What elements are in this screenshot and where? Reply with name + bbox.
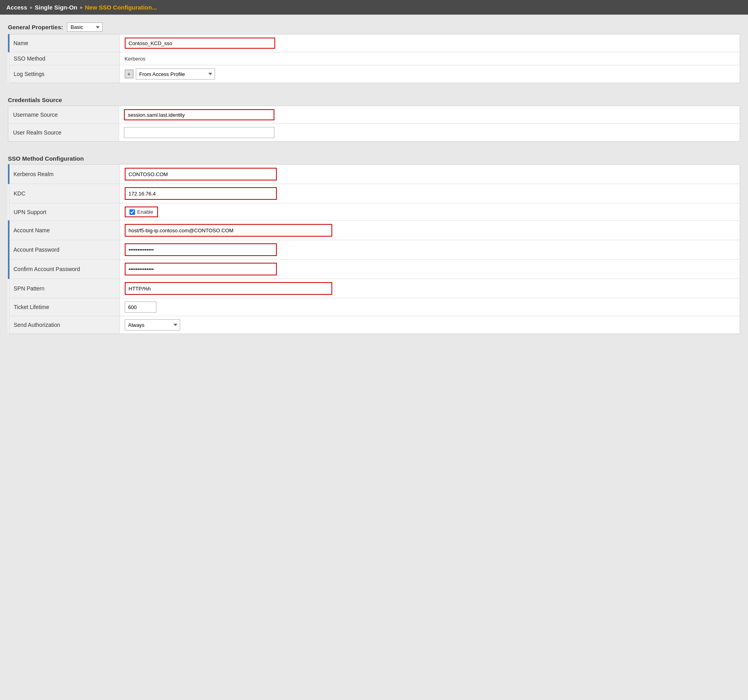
name-cell <box>120 34 740 52</box>
account-password-row: Account Password <box>9 240 740 260</box>
top-navigation-bar: Access » Single Sign-On » New SSO Config… <box>0 0 748 15</box>
confirm-account-password-input[interactable] <box>126 264 276 275</box>
user-realm-source-label: User Realm Source <box>8 124 119 142</box>
kdc-input[interactable] <box>126 188 276 199</box>
spn-pattern-row: SPN Pattern <box>9 279 740 298</box>
spn-pattern-input[interactable] <box>126 283 331 294</box>
upn-enable-label[interactable]: Enable <box>129 209 153 215</box>
general-properties-title: General Properties: <box>8 24 63 30</box>
kdc-cell <box>120 184 740 203</box>
username-source-input[interactable] <box>124 109 274 120</box>
sso-method-config-title: SSO Method Configuration <box>8 155 84 162</box>
ticket-lifetime-label: Ticket Lifetime <box>9 298 120 316</box>
kerberos-realm-row: Kerberos Realm <box>9 165 740 184</box>
kerberos-realm-input[interactable] <box>126 169 276 180</box>
user-realm-source-input[interactable] <box>124 127 274 138</box>
send-authorization-label: Send Authorization <box>9 316 120 334</box>
breadcrumb-sep1: » <box>30 4 32 10</box>
upn-support-cell: Enable <box>120 203 740 221</box>
account-name-input[interactable] <box>126 225 331 236</box>
kdc-label: KDC <box>9 184 120 203</box>
name-label: Name <box>9 34 120 52</box>
credentials-source-table: Username Source User Realm Source <box>8 106 740 142</box>
ticket-lifetime-input[interactable] <box>125 302 156 313</box>
name-input[interactable] <box>125 38 275 49</box>
sso-method-value-cell: Kerberos <box>120 52 740 65</box>
general-properties-table: Name SSO Method Kerberos Log Settings + … <box>8 34 740 83</box>
ticket-lifetime-row: Ticket Lifetime <box>9 298 740 316</box>
send-authorization-select[interactable]: Always On 401 Never <box>125 319 180 330</box>
log-settings-label: Log Settings <box>9 65 120 83</box>
confirm-account-password-cell <box>120 260 740 279</box>
breadcrumb-current: New SSO Configuration... <box>85 4 157 11</box>
confirm-account-password-row: Confirm Account Password <box>9 260 740 279</box>
user-realm-source-row: User Realm Source <box>8 124 740 142</box>
sso-method-label: SSO Method <box>9 52 120 65</box>
spn-pattern-label: SPN Pattern <box>9 279 120 298</box>
username-source-row: Username Source <box>8 106 740 124</box>
username-source-cell <box>119 106 740 124</box>
breadcrumb-sep2: » <box>80 4 82 10</box>
account-password-input[interactable] <box>126 244 276 255</box>
account-name-label: Account Name <box>9 221 120 240</box>
user-realm-source-cell <box>119 124 740 142</box>
upn-enable-checkbox[interactable] <box>129 209 135 215</box>
send-authorization-row: Send Authorization Always On 401 Never <box>9 316 740 334</box>
credentials-source-header: Credentials Source <box>8 97 740 103</box>
log-settings-add-button[interactable]: + <box>125 70 133 78</box>
credentials-source-title: Credentials Source <box>8 97 62 103</box>
main-content: General Properties: Basic Advanced Name … <box>0 15 748 342</box>
sso-method-config-header: SSO Method Configuration <box>8 155 740 162</box>
confirm-account-password-label: Confirm Account Password <box>9 260 120 279</box>
kerberos-realm-label: Kerberos Realm <box>9 165 120 184</box>
spn-pattern-cell <box>120 279 740 298</box>
name-row: Name <box>9 34 740 52</box>
account-name-cell <box>120 221 740 240</box>
breadcrumb-sso: Single Sign-On <box>35 4 78 11</box>
account-password-cell <box>120 240 740 260</box>
sso-method-config-table: Kerberos Realm KDC UPN Support <box>8 164 740 334</box>
sso-method-value: Kerberos <box>125 56 146 62</box>
log-settings-controls: + From Access Profile None Default <box>125 68 735 80</box>
username-source-label: Username Source <box>8 106 119 124</box>
breadcrumb-access: Access <box>6 4 27 11</box>
ticket-lifetime-cell <box>120 298 740 316</box>
log-settings-cell: + From Access Profile None Default <box>120 65 740 83</box>
upn-support-label: UPN Support <box>9 203 120 221</box>
account-password-label: Account Password <box>9 240 120 260</box>
sso-method-row: SSO Method Kerberos <box>9 52 740 65</box>
log-settings-row: Log Settings + From Access Profile None … <box>9 65 740 83</box>
kerberos-realm-cell <box>120 165 740 184</box>
send-authorization-cell: Always On 401 Never <box>120 316 740 334</box>
kdc-row: KDC <box>9 184 740 203</box>
account-name-row: Account Name <box>9 221 740 240</box>
log-settings-select[interactable]: From Access Profile None Default <box>136 68 215 80</box>
upn-enable-text: Enable <box>137 209 153 215</box>
upn-support-row: UPN Support Enable <box>9 203 740 221</box>
general-properties-header: General Properties: Basic Advanced <box>8 23 740 32</box>
view-select[interactable]: Basic Advanced <box>67 23 103 32</box>
